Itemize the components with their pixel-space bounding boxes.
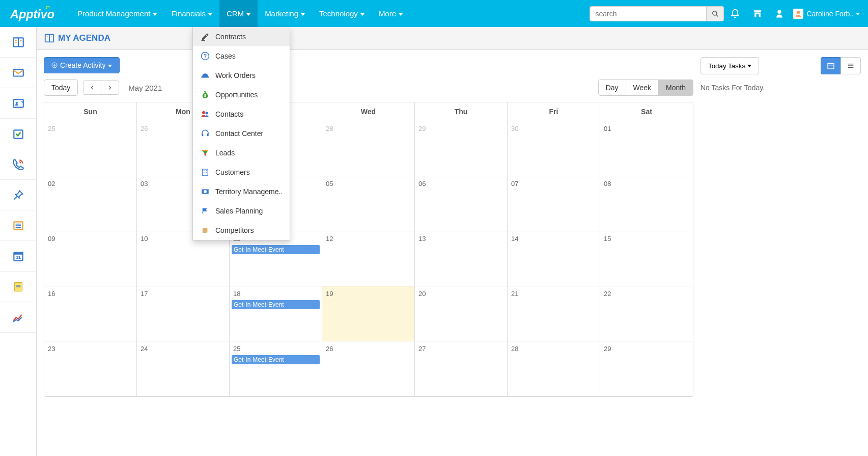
today-tasks-button[interactable]: Today Tasks xyxy=(701,57,759,74)
crm-menu-contracts[interactable]: Contracts xyxy=(193,27,290,46)
calendar-cell[interactable]: 20 xyxy=(415,286,508,341)
calendar-cell[interactable]: 24 xyxy=(137,341,230,396)
nav-item-product-management[interactable]: Product Management xyxy=(70,0,164,27)
view-day-button[interactable]: Day xyxy=(598,79,626,96)
calendar-cell[interactable]: 19 xyxy=(322,286,415,341)
calendar-cell[interactable]: 18Get-In-Meet-Event xyxy=(230,286,322,341)
svg-point-21 xyxy=(204,190,207,193)
calendar-view-button[interactable] xyxy=(821,57,841,74)
crm-menu-territory-manageme-[interactable]: Territory Manageme.. xyxy=(193,182,290,201)
sidebar-mail[interactable] xyxy=(0,58,36,88)
task-check-icon xyxy=(12,127,25,141)
prev-button[interactable] xyxy=(83,81,101,95)
today-button[interactable]: Today xyxy=(44,79,78,96)
building-icon xyxy=(200,167,210,177)
calendar-cell[interactable]: 14 xyxy=(508,231,600,286)
calendar-cell[interactable]: 08 xyxy=(600,176,693,231)
next-button[interactable] xyxy=(101,81,119,95)
cell-date: 30 xyxy=(510,123,598,134)
calendar-cell[interactable]: 12 xyxy=(322,231,415,286)
help-button[interactable] xyxy=(775,9,784,18)
svg-rect-19 xyxy=(206,172,207,173)
caret-down-icon xyxy=(747,62,751,70)
crm-menu-competitors[interactable]: Competitors xyxy=(193,221,290,240)
search-input[interactable] xyxy=(590,6,707,21)
calendar-cell[interactable]: 06 xyxy=(415,176,508,231)
list-icon xyxy=(12,219,25,232)
notifications-button[interactable] xyxy=(730,9,740,19)
crm-menu-work-orders[interactable]: Work Orders xyxy=(193,66,290,85)
view-month-button[interactable]: Month xyxy=(658,79,693,96)
sidebar-lists[interactable] xyxy=(0,210,36,241)
note-icon xyxy=(12,280,25,293)
calendar-cell[interactable]: 28 xyxy=(322,121,415,176)
list-view-button[interactable] xyxy=(841,57,861,74)
calendar-cell[interactable]: 09 xyxy=(44,231,137,286)
user-menu[interactable]: Caroline Forb.. xyxy=(790,9,863,19)
cell-date: 01 xyxy=(602,123,691,134)
calendar-cell[interactable]: 16 xyxy=(44,286,137,341)
calendar-cell[interactable]: 07 xyxy=(508,176,600,231)
question-icon: ? xyxy=(200,51,210,61)
view-week-button[interactable]: Week xyxy=(626,79,659,96)
svg-rect-4 xyxy=(757,14,759,17)
calendar-cell[interactable]: 15 xyxy=(600,231,693,286)
sidebar-calendar[interactable]: 31 xyxy=(0,241,36,272)
store-button[interactable] xyxy=(752,9,763,19)
calendar-cell[interactable]: 22 xyxy=(600,286,693,341)
sidebar-tasks[interactable] xyxy=(0,119,36,149)
calendar-cell[interactable]: 27 xyxy=(415,341,508,396)
calendar-cell[interactable]: 25Get-In-Meet-Event xyxy=(230,341,322,396)
sidebar-contacts[interactable] xyxy=(0,88,36,119)
nav-item-marketing[interactable]: Marketing xyxy=(258,0,312,27)
no-tasks-message: No Tasks For Today. xyxy=(701,81,861,95)
nav-item-technology[interactable]: Technology xyxy=(312,0,372,27)
crm-menu-leads[interactable]: Leads xyxy=(193,143,290,163)
crm-menu-cases[interactable]: ?Cases xyxy=(193,46,290,66)
cell-date: 29 xyxy=(602,343,691,354)
nav-item-more[interactable]: More xyxy=(372,0,410,27)
calendar-cell[interactable]: 23 xyxy=(44,341,137,396)
calendar-cell[interactable]: 01 xyxy=(600,121,693,176)
calendar-event[interactable]: Get-In-Meet-Event xyxy=(232,245,320,254)
crm-menu-opportunities[interactable]: $Opportunities xyxy=(193,85,290,104)
svg-point-6 xyxy=(797,11,800,14)
right-side-panel: Today Tasks No Tasks For Today. xyxy=(701,57,861,397)
sidebar-reports[interactable] xyxy=(0,302,36,333)
sidebar-pinned[interactable] xyxy=(0,180,36,210)
sidebar-agenda[interactable] xyxy=(0,27,36,58)
calendar-cell[interactable]: 21 xyxy=(508,286,600,341)
caret-down-icon xyxy=(301,9,305,18)
mail-icon xyxy=(12,66,25,79)
view-switcher: Day Week Month xyxy=(598,79,693,96)
crm-menu-contact-center[interactable]: Contact Center xyxy=(193,124,290,143)
sidebar-calls[interactable] xyxy=(0,149,36,180)
calendar-cell[interactable]: 02 xyxy=(44,176,137,231)
calendar-cell[interactable]: 30 xyxy=(508,121,600,176)
svg-text:Apptivo: Apptivo xyxy=(10,8,54,21)
calendar-cell[interactable]: 25 xyxy=(44,121,137,176)
caret-down-icon xyxy=(856,10,860,18)
cell-date: 07 xyxy=(510,178,598,189)
calendar-cell[interactable]: 17 xyxy=(137,286,230,341)
calendar-icon xyxy=(827,62,835,70)
brand-logo[interactable]: Apptivo xyxy=(10,5,65,23)
crm-menu-sales-planning[interactable]: Sales Planning xyxy=(193,201,290,221)
crm-menu-customers[interactable]: Customers xyxy=(193,163,290,182)
calendar-event[interactable]: Get-In-Meet-Event xyxy=(232,355,320,364)
calendar-cell[interactable]: 26 xyxy=(322,341,415,396)
search-button[interactable] xyxy=(707,6,724,21)
caret-down-icon xyxy=(108,61,112,69)
calendar-cell[interactable]: 29 xyxy=(600,341,693,396)
calendar-cell[interactable]: 29 xyxy=(415,121,508,176)
calendar-cell[interactable]: 28 xyxy=(508,341,600,396)
calendar-event[interactable]: Get-In-Meet-Event xyxy=(232,300,320,309)
sidebar-notes[interactable] xyxy=(0,272,36,302)
nav-item-financials[interactable]: Financials xyxy=(164,0,219,27)
crm-menu-contacts[interactable]: Contacts xyxy=(193,104,290,124)
cell-date: 25 xyxy=(46,123,134,134)
calendar-cell[interactable]: 05 xyxy=(322,176,415,231)
nav-item-crm[interactable]: CRM xyxy=(219,0,258,27)
calendar-cell[interactable]: 13 xyxy=(415,231,508,286)
create-activity-button[interactable]: Create Activity xyxy=(44,57,120,73)
